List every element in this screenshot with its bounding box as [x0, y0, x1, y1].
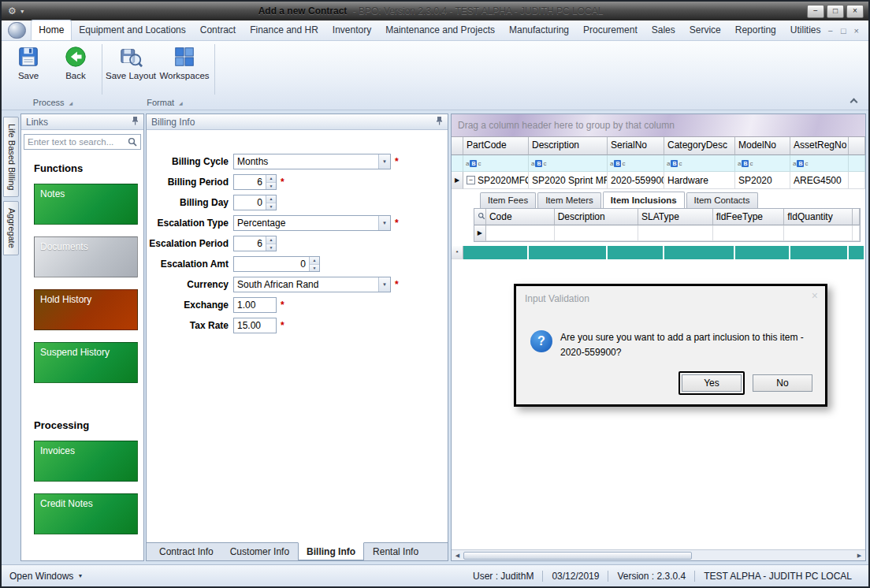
spin-up-icon[interactable]: ▲	[266, 195, 276, 203]
escalation-amt-stepper[interactable]: 0 ▲ ▼	[233, 256, 320, 272]
cell-serialno[interactable]: 2020-559900	[608, 172, 664, 189]
spin-up-icon[interactable]: ▲	[310, 257, 319, 265]
detail-column-description[interactable]: Description	[555, 209, 638, 225]
window-menu-icon[interactable]: ⚙	[8, 6, 17, 16]
column-header-serialno[interactable]: SerialNo	[608, 137, 664, 155]
detail-tab-item-contacts[interactable]: Item Contacts	[686, 192, 758, 208]
search-icon[interactable]	[128, 137, 140, 147]
chevron-down-icon[interactable]: ▼	[378, 154, 390, 169]
workspaces-button[interactable]: Workspaces	[157, 43, 212, 96]
dialog-launcher-icon[interactable]: ◢	[179, 100, 183, 106]
scroll-right-icon[interactable]: ▶	[853, 550, 865, 560]
filter-cell-assetregno[interactable]: aBc	[790, 155, 849, 172]
ribbon-tab-procurement[interactable]: Procurement	[576, 20, 645, 40]
group-by-panel[interactable]: Drag a column header here to group by th…	[452, 114, 865, 137]
close-button[interactable]: ×	[846, 5, 864, 18]
cell-categorydesc[interactable]: Hardware	[664, 172, 735, 189]
yes-button[interactable]: Yes	[682, 374, 742, 392]
append-cell[interactable]	[849, 246, 865, 259]
cell-partcode[interactable]: − SP2020MFC	[463, 172, 529, 189]
quick-access-caret-icon[interactable]: ▼	[20, 9, 25, 14]
filter-cell-serialno[interactable]: aBc	[608, 155, 664, 172]
ribbon-tab-maintenance-and-projects[interactable]: Maintenance and Projects	[378, 20, 502, 40]
application-button[interactable]	[8, 22, 26, 39]
detail-cell-fldfeetype[interactable]	[713, 225, 785, 241]
save-button[interactable]: Save	[5, 43, 52, 96]
detail-column-code[interactable]: Code	[486, 209, 555, 225]
append-cell[interactable]	[735, 246, 790, 259]
credit-notes-button[interactable]: Credit Notes	[34, 493, 138, 534]
detail-column-slatype[interactable]: SLAType	[638, 209, 713, 225]
save-layout-button[interactable]: Save Layout	[105, 43, 157, 96]
notes-button[interactable]: Notes	[34, 184, 138, 225]
horizontal-scrollbar[interactable]: ◀ ▶	[452, 549, 865, 560]
dialog-close-icon[interactable]: ×	[812, 290, 818, 301]
detail-new-row[interactable]: ▶	[474, 225, 860, 241]
column-header-assetregno[interactable]: AssetRegNo	[790, 137, 849, 155]
filter-cell-partcode[interactable]: aBc	[463, 155, 529, 172]
append-cell[interactable]	[790, 246, 849, 259]
append-cell[interactable]	[608, 246, 664, 259]
pin-icon[interactable]	[436, 116, 443, 128]
pin-icon[interactable]	[132, 116, 139, 128]
escalation-period-stepper[interactable]: 6 ▲ ▼	[233, 236, 277, 251]
ribbon-tab-reporting[interactable]: Reporting	[728, 20, 783, 40]
tab-customer-info[interactable]: Customer Info	[222, 543, 297, 560]
minimize-button[interactable]: −	[807, 5, 824, 18]
ribbon-tab-contract[interactable]: Contract	[193, 20, 243, 40]
cell-assetregno[interactable]: AREG4500	[790, 172, 849, 189]
grid-data-row[interactable]: ▶ − SP2020MFC SP2020 Sprint MFC 2020-559…	[452, 172, 865, 189]
open-windows-dropdown[interactable]: Open Windows ▼	[9, 571, 83, 582]
cell-description[interactable]: SP2020 Sprint MFC	[529, 172, 608, 189]
spin-down-icon[interactable]: ▼	[310, 265, 319, 272]
spin-down-icon[interactable]: ▼	[266, 203, 276, 210]
exchange-field[interactable]: 1.00	[233, 297, 277, 313]
currency-dropdown[interactable]: South African Rand ▼	[233, 277, 391, 292]
collapse-detail-icon[interactable]: −	[467, 176, 475, 184]
suspend-history-button[interactable]: Suspend History	[34, 342, 138, 383]
billing-cycle-dropdown[interactable]: Months ▼	[233, 154, 391, 169]
append-cell[interactable]	[463, 246, 529, 259]
spin-down-icon[interactable]: ▼	[266, 244, 276, 251]
ribbon-tab-utilities[interactable]: Utilities	[783, 20, 828, 40]
tab-contract-info[interactable]: Contract Info	[151, 543, 221, 560]
billing-period-stepper[interactable]: 6 ▲ ▼	[233, 174, 277, 190]
detail-cell-slatype[interactable]	[638, 225, 713, 241]
hold-history-button[interactable]: Hold History	[34, 289, 138, 330]
ribbon-tab-inventory[interactable]: Inventory	[325, 20, 378, 40]
ribbon-tab-sales[interactable]: Sales	[645, 20, 682, 40]
scroll-left-icon[interactable]: ◀	[452, 550, 463, 560]
documents-button[interactable]: Documents	[34, 236, 138, 277]
mdi-close-icon[interactable]: ×	[854, 27, 859, 35]
ribbon-tab-service[interactable]: Service	[682, 20, 728, 40]
detail-tab-item-fees[interactable]: Item Fees	[480, 192, 536, 208]
filter-cell-categorydesc[interactable]: aBc	[664, 155, 735, 172]
dialog-launcher-icon[interactable]: ◢	[69, 100, 73, 106]
ribbon-tab-finance-and-hr[interactable]: Finance and HR	[243, 20, 325, 40]
mdi-restore-icon[interactable]: □	[841, 27, 846, 35]
ribbon-tab-equipment-and-locations[interactable]: Equipment and Locations	[72, 20, 192, 40]
detail-tab-item-inclusions[interactable]: Item Inclusions	[603, 192, 685, 208]
filter-cell-modelno[interactable]: aBc	[735, 155, 790, 172]
tab-rental-info[interactable]: Rental Info	[365, 543, 426, 560]
column-header-partcode[interactable]: PartCode	[463, 137, 529, 155]
detail-column-fldfeetype[interactable]: fldFeeType	[713, 209, 785, 225]
spin-up-icon[interactable]: ▲	[266, 236, 276, 244]
side-tab-life-based-billing[interactable]: Life Based Billing	[3, 117, 19, 197]
scrollbar-thumb[interactable]	[463, 552, 692, 560]
tax-rate-field[interactable]: 15.00	[233, 318, 277, 333]
spin-up-icon[interactable]: ▲	[266, 175, 276, 183]
tab-billing-info[interactable]: Billing Info	[298, 542, 364, 560]
detail-cell-description[interactable]	[555, 225, 638, 241]
column-header-modelno[interactable]: ModelNo	[735, 137, 790, 155]
column-header-description[interactable]: Description	[529, 137, 608, 155]
chevron-down-icon[interactable]: ▼	[378, 216, 390, 230]
ribbon-tab-manufacturing[interactable]: Manufacturing	[502, 20, 576, 40]
maximize-button[interactable]: □	[827, 5, 844, 18]
filter-cell-description[interactable]: aBc	[529, 155, 608, 172]
detail-tab-item-meters[interactable]: Item Meters	[537, 192, 601, 208]
invoices-button[interactable]: Invoices	[34, 441, 138, 482]
back-button[interactable]: Back	[52, 43, 99, 96]
detail-cell-code[interactable]	[486, 225, 555, 241]
detail-column-fldquantity[interactable]: fldQuantity	[784, 209, 853, 225]
